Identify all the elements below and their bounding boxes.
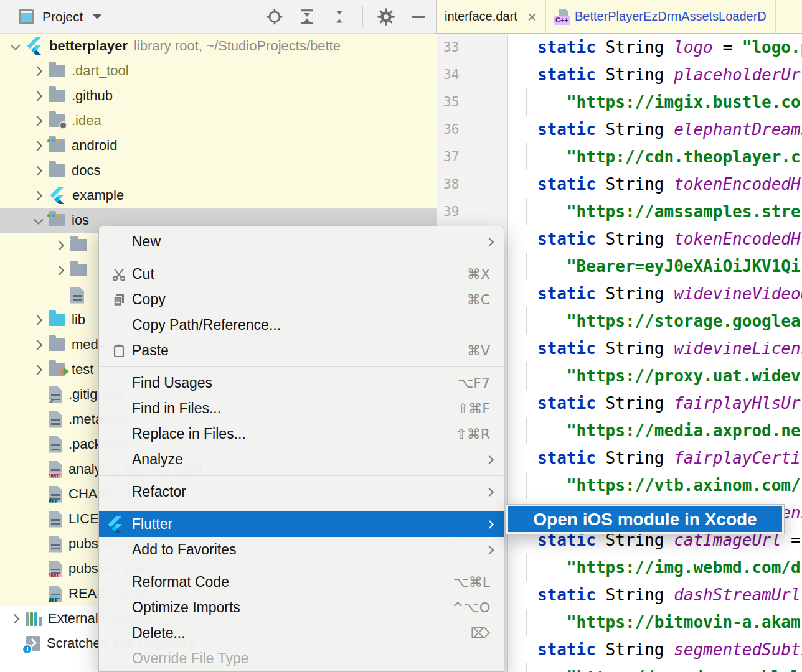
menu-item-add-to-favorites[interactable]: Add to Favorites [99, 537, 504, 562]
menu-shortcut: ⌦ [471, 625, 495, 641]
menu-item-label: Analyze [132, 451, 486, 468]
line-number: 36 [437, 116, 507, 143]
menu-item-label: Flutter [132, 516, 486, 533]
menu-item-flutter[interactable]: Flutter [99, 511, 504, 537]
test-folder-icon [49, 363, 65, 376]
menu-shortcut: ⌥F7 [458, 375, 495, 391]
hide-panel-icon[interactable] [409, 7, 428, 26]
indent-guide [526, 362, 527, 390]
indent-guide [526, 554, 527, 581]
menu-item-label: Refactor [132, 483, 486, 500]
chevron-collapsed-icon[interactable] [33, 116, 43, 126]
tree-item-docs[interactable]: docs [0, 158, 437, 183]
code-line-35: "https://imgix.bustle.co [509, 88, 802, 116]
chevron-collapsed-icon[interactable] [33, 91, 43, 101]
tree-item-example[interactable]: example [0, 183, 437, 208]
menu-item-copy-path-reference[interactable]: Copy Path/Reference... [99, 312, 504, 338]
menu-shortcut: ⌘X [467, 266, 495, 282]
code-editor: static String logo = "logo.pstatic Strin… [509, 34, 802, 672]
menu-item-label: New [132, 233, 486, 250]
flutter-submenu: Open iOS module in Xcode [506, 504, 785, 534]
close-icon[interactable]: × [527, 9, 537, 25]
tree-item-label: .github [72, 88, 113, 104]
code-line-43: "https://storage.googlea [509, 307, 802, 335]
chevron-collapsed-icon[interactable] [33, 66, 43, 76]
folder-icon [49, 90, 65, 102]
chevron-collapsed-icon[interactable] [33, 365, 43, 375]
line-number: 34 [437, 61, 507, 88]
collapse-all-icon[interactable] [330, 7, 349, 26]
menu-item-find-in-files[interactable]: Find in Files...⇧⌘F [99, 396, 504, 421]
menu-item-reformat-code[interactable]: Reformat Code⌥⌘L [99, 569, 504, 595]
chevron-collapsed-icon[interactable] [10, 614, 20, 623]
indent-guide [526, 88, 527, 116]
line-number: 37 [437, 143, 507, 170]
code-line-53: static String dashStreamUrl [509, 581, 802, 609]
menu-item-open-ios-module-in-xcode[interactable]: Open iOS module in Xcode [508, 506, 782, 532]
menu-separator [100, 475, 503, 476]
tool-window-icon [19, 9, 34, 24]
code-line-40: static String tokenEncodedH [509, 225, 802, 253]
menu-item-replace-in-files[interactable]: Replace in Files...⇧⌘R [99, 421, 504, 447]
menu-item-label: Copy [132, 291, 467, 308]
tree-item-sublabel: library root, ~/StudioProjects/bette [134, 38, 341, 54]
indent-guide [526, 417, 527, 444]
tree-item-label: betterplayer [49, 38, 128, 54]
code-line-47: "https://media.axprod.ne [509, 417, 802, 444]
chevron-expanded-icon[interactable] [11, 40, 21, 50]
menu-item-refactor[interactable]: Refactor [99, 479, 504, 505]
submenu-arrow-icon [485, 455, 494, 464]
tree-item--dart-tool[interactable]: .dart_tool [0, 58, 437, 83]
menu-shortcut: ⇧⌘F [457, 401, 495, 416]
menu-item-find-usages[interactable]: Find Usages⌥F7 [99, 370, 504, 396]
menu-item-paste[interactable]: Paste⌘V [99, 338, 504, 363]
menu-item-cut[interactable]: Cut⌘X [99, 261, 504, 287]
menu-item-new[interactable]: New [99, 229, 504, 254]
tree-item-android[interactable]: android [0, 133, 437, 158]
code-line-37: "http://cdn.theoplayer.c [509, 143, 802, 170]
file-icon [49, 411, 62, 428]
tree-item-label: docs [72, 162, 100, 179]
external-libraries-icon [26, 611, 42, 626]
menu-shortcut: ⌘C [467, 292, 495, 307]
tab-interface-dart[interactable]: interface.dart × [437, 0, 546, 33]
menu-item-optimize-imports[interactable]: Optimize Imports^⌥O [99, 595, 504, 620]
menu-item-analyze[interactable]: Analyze [99, 447, 504, 472]
indent-guide [526, 307, 527, 335]
chevron-collapsed-icon[interactable] [33, 315, 43, 325]
settings-gear-icon[interactable] [377, 7, 395, 26]
submenu-arrow-icon [485, 487, 494, 496]
ide-window: Project [0, 0, 802, 672]
locate-icon[interactable] [265, 7, 284, 26]
cut-icon [106, 267, 124, 282]
chevron-collapsed-icon[interactable] [33, 340, 43, 350]
indent-guide [526, 198, 527, 225]
chevron-collapsed-icon[interactable] [33, 190, 43, 200]
tree-item-label: .idea [72, 113, 101, 129]
chevron-collapsed-icon[interactable] [55, 240, 65, 250]
menu-item-delete[interactable]: Delete...⌦ [99, 620, 504, 646]
code-line-52: "https://img.webmd.com/d [509, 554, 802, 581]
paste-icon [111, 343, 126, 358]
cut-icon [111, 267, 126, 282]
tree-item-betterplayer[interactable]: betterplayerlibrary root, ~/StudioProjec… [0, 34, 437, 58]
flutter-icon [106, 516, 124, 533]
tab-label: interface.dart [445, 9, 517, 24]
chevron-collapsed-icon[interactable] [33, 141, 43, 151]
panel-title[interactable]: Project [42, 9, 83, 24]
code-line-48: static String fairplayCertif [509, 444, 802, 472]
chevron-collapsed-icon[interactable] [55, 265, 65, 275]
flutter-icon [26, 37, 43, 55]
chevron-collapsed-icon[interactable] [33, 166, 43, 175]
tree-item-label: ios [72, 212, 89, 228]
menu-item-copy[interactable]: Copy⌘C [99, 287, 504, 312]
chevron-expanded-icon[interactable] [34, 215, 44, 225]
menu-separator [100, 258, 503, 258]
idea-folder-icon [49, 114, 65, 127]
expand-all-icon[interactable] [298, 7, 316, 26]
tree-item--github[interactable]: .github [0, 83, 437, 108]
tree-item--idea[interactable]: .idea [0, 108, 437, 133]
indent-guide [526, 609, 527, 636]
chevron-down-icon[interactable] [93, 14, 101, 19]
tab-betterplayer-ezdrm[interactable]: C++ BetterPlayerEzDrmAssetsLoaderD [546, 0, 776, 33]
